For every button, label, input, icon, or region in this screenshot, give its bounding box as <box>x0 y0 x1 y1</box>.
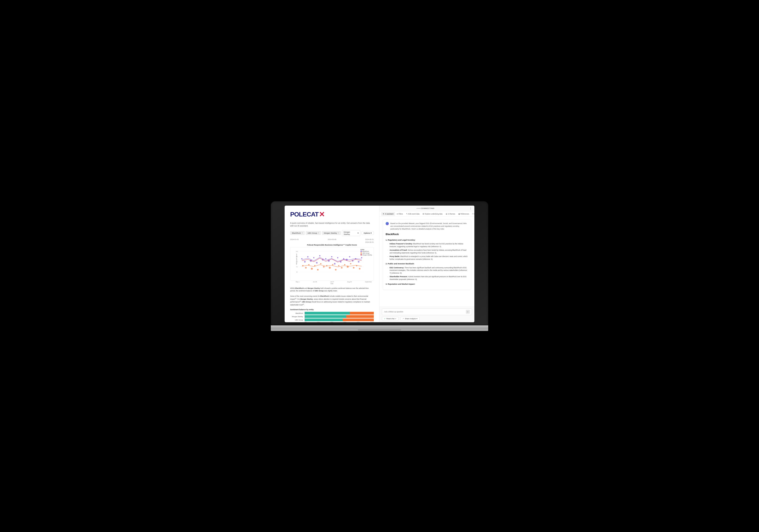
nav-tabs: ✦ AI assistant ● Filters ✎ Edit event da… <box>380 211 474 217</box>
x-label-2: Jun 09 <box>313 281 317 282</box>
share-analysis-button[interactable]: ↗ Share Analysis ▾ <box>400 317 419 321</box>
section-2-number: 2. <box>386 263 388 265</box>
analysis-para1: Whilst BlackRock and Morgan Stanley both… <box>290 287 374 292</box>
tab-explore-data[interactable]: ⊞ Explore underlying data <box>421 212 444 216</box>
chat-input[interactable] <box>384 311 466 313</box>
svg-point-18 <box>325 258 326 259</box>
svg-point-14 <box>313 257 314 258</box>
svg-point-37 <box>320 263 321 264</box>
explore-icon: ⊞ <box>422 213 424 215</box>
dot2 <box>418 208 419 209</box>
section-3-number: 3. <box>386 283 388 285</box>
screen: POLECAT✕ A quick overview of reliable, f… <box>285 206 474 322</box>
dot1 <box>417 208 418 209</box>
ai-intro-text: Based on the provided dataset, your bigg… <box>390 222 468 230</box>
section-1-title: 1. Regulatory and Legal Scrutiny: <box>386 238 468 242</box>
laptop-base <box>271 325 488 331</box>
svg-point-36 <box>317 269 319 270</box>
sentiment-axis: 0% 20% 40% 60% 80% 100% <box>290 321 374 322</box>
tab-ai-label: AI assistant <box>385 213 393 215</box>
svg-text:40: 40 <box>296 266 298 267</box>
sentiment-label-blackrock: BlackRock <box>290 312 303 314</box>
sentiment-label-morgan: Morgan Stanley <box>290 316 303 317</box>
check-icon: ✓ <box>384 318 386 320</box>
chart-title: Polecat Responsible Business Intelligenc… <box>290 244 374 246</box>
action-row: ✓ Reset chat ✓ ↗ Share Analysis ▾ <box>382 317 472 321</box>
orange-bar-ubs <box>343 318 374 321</box>
teal-bar-blackrock <box>304 312 350 314</box>
scatter-plot-svg: 100 80 60 40 20 <box>296 249 372 276</box>
tab-references[interactable]: ◉ References <box>457 212 471 216</box>
axis-60: 60% <box>344 322 346 322</box>
axis-0: 0% <box>304 322 306 322</box>
section-3-label: Reputation and Market Impact: <box>388 283 415 285</box>
tab-explore-label: Explore underlying data <box>425 213 442 215</box>
sentiment-rows: BlackRock Morgan Stanley <box>290 312 374 321</box>
tab-filters[interactable]: ● Filters <box>395 212 405 216</box>
svg-point-45 <box>344 264 345 265</box>
chart-canvas: RBI Copilot Score Entity BlackRock UBS G… <box>290 247 374 281</box>
bullet-fraud: Accusations of Fraud: Serious accusation… <box>388 249 468 254</box>
entity-dropdown[interactable]: Morgan Stanley ▾ <box>342 230 360 236</box>
x-label-1: May 1 <box>296 281 300 282</box>
sentiment-row-blackrock: BlackRock <box>290 312 374 314</box>
filter-tag-blackrock[interactable]: BlackRock × <box>290 231 304 235</box>
chart-x-axis-label: Date <box>290 283 374 284</box>
filter-tag-ubs[interactable]: UBS Group × <box>306 231 321 235</box>
date-range-bar: 2024-01-01 2024-05-08 2024-08-31 <box>290 238 374 240</box>
menu-dots-button[interactable]: ⋮ <box>469 207 472 210</box>
sentiment-row-morgan: Morgan Stanley <box>290 315 374 318</box>
legend-label-blackrock: BlackRock <box>362 251 369 252</box>
filter-tag-label: BlackRock <box>292 232 301 234</box>
svg-text:100: 100 <box>296 251 298 252</box>
reset-chat-label: Reset chat ✓ <box>386 318 396 320</box>
options-button[interactable]: Options ▾ <box>362 231 374 235</box>
axis-40: 40% <box>330 322 333 322</box>
section-2-title: 2. Public and Investor Backlash: <box>386 262 468 265</box>
screen-bezel: POLECAT✕ A quick overview of reliable, f… <box>271 201 488 325</box>
analysis-company-title: BlackRock <box>386 232 468 236</box>
connecting-label: CONNECTING <box>420 207 435 209</box>
legend-morgan: Morgan Stanley <box>361 254 372 256</box>
date-end: 2024-08-31 <box>365 241 374 243</box>
remove-morgan-icon[interactable]: × <box>338 232 339 234</box>
section-regulatory: 1. Regulatory and Legal Scrutiny: Indian… <box>386 238 468 261</box>
legend-ubs: UBS Group <box>361 253 372 254</box>
tab-themes-label: AI themes <box>448 213 455 215</box>
svg-point-29 <box>358 261 359 262</box>
analysis-section: BlackRock 1. Regulatory and Legal Scruti… <box>386 232 468 286</box>
remove-ubs-icon[interactable]: × <box>318 232 319 234</box>
tab-themes[interactable]: ◈ AI themes <box>444 212 457 216</box>
copilot-score-chart: Polecat Responsible Business Intelligenc… <box>290 244 374 284</box>
chart-x-labels: May 1 Jun 09 Jul 07 Aug 04 September <box>290 281 374 282</box>
edit-icon: ✎ <box>406 213 408 215</box>
svg-point-41 <box>332 264 333 265</box>
legend-dot-blackrock <box>361 251 362 252</box>
dot3 <box>419 208 420 209</box>
bullet-shareholder: Shareholder Pressure: Activist investors… <box>388 275 468 281</box>
references-icon: ◉ <box>459 213 460 215</box>
teal-bar-ubs <box>304 318 343 321</box>
svg-point-34 <box>311 268 313 270</box>
logo-x-icon: ✕ <box>319 210 325 219</box>
legend-blackrock: BlackRock <box>361 251 372 252</box>
svg-point-15 <box>316 262 318 263</box>
tab-help[interactable]: ? Help and feed <box>471 212 474 216</box>
date-start: 2024-01-01 <box>290 238 299 240</box>
teal-bar-morgan <box>304 315 346 318</box>
svg-point-40 <box>329 267 331 269</box>
tab-ai-assistant[interactable]: ✦ AI assistant <box>381 212 395 216</box>
remove-blackrock-icon[interactable]: × <box>301 232 303 234</box>
section-3-title: 3. Reputation and Market Impact: <box>386 282 468 286</box>
right-header: CONNECTING ⋮ <box>380 206 474 211</box>
ai-message: Based on the provided dataset, your bigg… <box>383 220 471 290</box>
filter-tag-morgan[interactable]: Morgan Stanley × <box>322 231 340 235</box>
svg-point-21 <box>334 263 336 265</box>
tab-edit-event[interactable]: ✎ Edit event data <box>405 212 421 216</box>
legend-dot-morgan <box>361 254 362 256</box>
send-button[interactable]: ▷ <box>466 310 470 314</box>
axis-100: 100% <box>370 322 374 322</box>
reset-chat-button[interactable]: ✓ Reset chat ✓ <box>382 317 399 321</box>
svg-point-20 <box>331 256 332 257</box>
filters-icon: ● <box>397 213 398 215</box>
